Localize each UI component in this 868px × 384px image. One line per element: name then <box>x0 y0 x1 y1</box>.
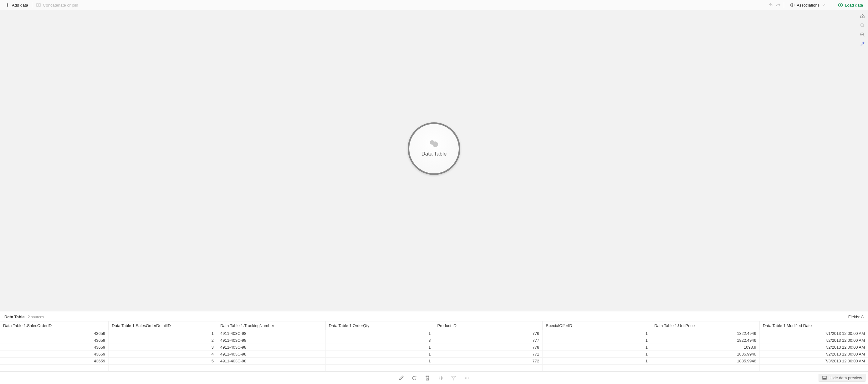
table-cell: 4911-403C-98 <box>217 358 326 364</box>
table-cell: 3 <box>326 337 434 344</box>
preview-title: Data Table <box>4 315 25 319</box>
filter-icon <box>451 375 457 381</box>
table-cell: 43659 <box>0 337 108 344</box>
refresh-icon[interactable] <box>411 375 417 381</box>
associations-button[interactable]: Associations <box>787 1 829 9</box>
column-header[interactable]: Data Table 1.OrderQty <box>326 321 434 330</box>
table-cell: 772 <box>434 358 542 364</box>
undo-icon[interactable] <box>769 2 774 7</box>
table-cell: 5 <box>108 358 217 364</box>
concatenate-icon <box>36 2 41 7</box>
table-cell: 1835.9946 <box>651 351 760 358</box>
preview-fields-count: Fields: 8 <box>848 315 864 319</box>
svg-rect-0 <box>37 4 38 6</box>
svg-point-2 <box>792 4 793 6</box>
table-cell: 1 <box>108 330 217 337</box>
data-model-canvas[interactable]: Data Table <box>0 10 868 311</box>
hide-data-preview-button[interactable]: Hide data preview <box>818 374 866 382</box>
add-data-label: Add data <box>12 3 28 7</box>
svg-rect-1 <box>39 4 40 6</box>
table-cell: 1822.4946 <box>651 330 760 337</box>
table-cell: 4 <box>108 351 217 358</box>
table-cell: 778 <box>434 344 542 351</box>
column-header[interactable]: SpecialOfferID <box>542 321 651 330</box>
table-cell: 777 <box>434 337 542 344</box>
table-cell: 43659 <box>0 351 108 358</box>
magic-wand-icon[interactable] <box>859 41 866 47</box>
toolbar-separator <box>32 2 32 8</box>
column-header[interactable]: Data Table 1.UnitPrice <box>651 321 760 330</box>
bubble-label: Data Table <box>422 151 447 157</box>
svg-point-7 <box>467 378 467 378</box>
table-row[interactable]: 4365954911-403C-98177211835.99467/3/2013… <box>0 358 868 364</box>
table-cell: 43659 <box>0 358 108 364</box>
table-cell: 1098.9 <box>651 344 760 351</box>
table-cell: 7/2/2013 12:00:00 AM <box>760 344 868 351</box>
table-cell: 7/1/2013 12:00:00 AM <box>760 330 868 337</box>
plus-icon <box>5 2 10 7</box>
table-row[interactable]: 4365944911-403C-98177111835.99467/2/2013… <box>0 351 868 358</box>
eye-icon <box>790 2 795 7</box>
concatenate-join-button: Concatenate or join <box>33 1 81 9</box>
table-cell: 1 <box>542 344 651 351</box>
table-cell: 4911-403C-98 <box>217 330 326 337</box>
bubble-data-icon <box>430 140 438 147</box>
table-cell: 43659 <box>0 330 108 337</box>
data-preview-grid: Data Table 1.SalesOrderIDData Table 1.Sa… <box>0 321 868 372</box>
footer-toolbar: Hide data preview <box>0 372 868 384</box>
toolbar-separator <box>832 2 832 8</box>
table-cell: 776 <box>434 330 542 337</box>
load-data-button[interactable]: Load data <box>835 1 866 9</box>
table-cell: 1 <box>326 330 434 337</box>
column-header[interactable]: Data Table 1.TrackingNumber <box>217 321 326 330</box>
zoom-out-icon[interactable] <box>859 22 866 28</box>
play-circle-icon <box>838 2 843 7</box>
table-row[interactable]: 4365924911-403C-98377711822.49467/2/2013… <box>0 337 868 344</box>
preview-sources: 2 sources <box>28 315 44 319</box>
table-cell: 3 <box>108 344 217 351</box>
table-cell: 1835.9946 <box>651 358 760 364</box>
add-data-button[interactable]: Add data <box>2 1 31 9</box>
table-cell: 1 <box>542 337 651 344</box>
zoom-in-icon[interactable] <box>859 32 866 38</box>
panel-icon <box>822 375 827 380</box>
table-cell: 1 <box>326 344 434 351</box>
table-cell: 4911-403C-98 <box>217 351 326 358</box>
home-icon[interactable] <box>859 13 866 19</box>
column-header[interactable]: Product ID <box>434 321 542 330</box>
table-row[interactable]: 4365914911-403C-98177611822.49467/1/2013… <box>0 330 868 337</box>
load-data-label: Load data <box>845 3 863 7</box>
split-icon[interactable] <box>437 375 444 381</box>
data-table-bubble[interactable]: Data Table <box>408 122 460 175</box>
svg-rect-10 <box>823 378 826 379</box>
table-cell: 4911-403C-98 <box>217 337 326 344</box>
table-cell: 43659 <box>0 344 108 351</box>
table-cell: 1 <box>542 358 651 364</box>
data-preview-panel: Data Table 2 sources Fields: 8 Data Tabl… <box>0 311 868 372</box>
table-cell: 1 <box>326 351 434 358</box>
table-cell: 7/2/2013 12:00:00 AM <box>760 337 868 344</box>
table-cell: 7/2/2013 12:00:00 AM <box>760 351 868 358</box>
table-row[interactable]: 4365934911-403C-98177811098.97/2/2013 12… <box>0 344 868 351</box>
concatenate-join-label: Concatenate or join <box>43 3 78 7</box>
svg-point-8 <box>468 378 469 378</box>
more-icon[interactable] <box>464 375 470 381</box>
associations-label: Associations <box>797 3 819 7</box>
delete-icon[interactable] <box>424 375 431 381</box>
table-cell: 4911-403C-98 <box>217 344 326 351</box>
svg-point-6 <box>465 378 466 378</box>
table-cell: 7/3/2013 12:00:00 AM <box>760 358 868 364</box>
table-cell: 1 <box>542 351 651 358</box>
redo-icon[interactable] <box>776 2 781 7</box>
hide-data-preview-label: Hide data preview <box>830 376 862 380</box>
table-cell: 2 <box>108 337 217 344</box>
chevron-down-icon <box>822 2 826 7</box>
column-header[interactable]: Data Table 1.Modified Date <box>760 321 868 330</box>
table-cell: 1 <box>542 330 651 337</box>
table-cell: 1 <box>326 358 434 364</box>
edit-icon[interactable] <box>398 375 404 381</box>
table-cell: 771 <box>434 351 542 358</box>
column-header[interactable]: Data Table 1.SalesOrderID <box>0 321 108 330</box>
top-toolbar: Add data Concatenate or join <box>0 0 868 10</box>
column-header[interactable]: Data Table 1.SalesOrderDetailID <box>108 321 217 330</box>
